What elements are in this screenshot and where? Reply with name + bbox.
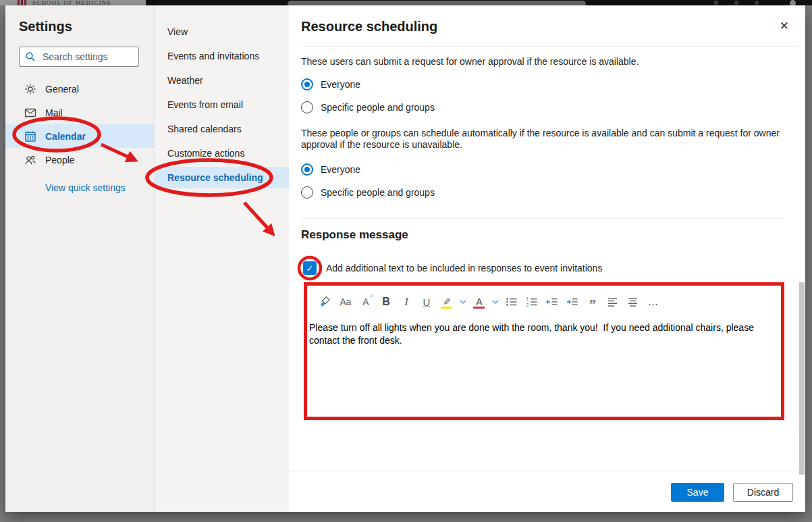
- subnav-item-resource-scheduling[interactable]: Resource scheduling: [155, 167, 290, 188]
- response-message-heading: Response message: [301, 228, 408, 242]
- background-search-bar: [288, 1, 586, 5]
- gear-icon: [24, 83, 36, 95]
- bold-icon[interactable]: B: [377, 292, 395, 311]
- calendar-icon: [24, 130, 36, 142]
- close-icon[interactable]: ✕: [780, 20, 789, 32]
- format-painter-icon[interactable]: [317, 292, 334, 311]
- sidebar-item-label: People: [45, 155, 75, 165]
- avatar: [790, 0, 796, 5]
- background-header: SCHOOL OF MEDICINE: [0, 0, 146, 5]
- numbered-list-icon[interactable]: 1 2: [523, 292, 541, 311]
- more-formatting-icon[interactable]: …: [645, 292, 662, 311]
- background-page-top: SCHOOL OF MEDICINE: [0, 0, 812, 5]
- increase-indent-icon[interactable]: [564, 292, 581, 311]
- view-quick-settings-link[interactable]: View quick settings: [45, 182, 126, 193]
- subnav-item-customize-actions[interactable]: Customize actions: [155, 142, 290, 164]
- page-title: Resource scheduling: [301, 19, 437, 34]
- settings-dialog: Settings General: [5, 5, 805, 512]
- underline-icon[interactable]: U: [418, 292, 435, 311]
- decrease-indent-icon[interactable]: [543, 292, 561, 311]
- people-icon: [24, 154, 36, 166]
- radio-unselected-icon[interactable]: [301, 101, 313, 113]
- sidebar-item-label: Calendar: [45, 131, 86, 142]
- radio-unselected-icon[interactable]: [301, 186, 313, 199]
- settings-sidebar: Settings General: [5, 5, 154, 512]
- radio-specific-people-2[interactable]: Specific people and groups: [301, 186, 435, 199]
- sidebar-item-label: Mail: [45, 107, 63, 118]
- svg-text:2: 2: [526, 303, 529, 307]
- radio-selected-icon[interactable]: [301, 78, 313, 90]
- header-icon-hint: [714, 1, 718, 5]
- scrollbar-thumb[interactable]: [799, 282, 805, 475]
- sidebar-item-label: General: [45, 84, 79, 95]
- subnav-item-events-from-email[interactable]: Events from email: [155, 94, 290, 115]
- divider: [301, 218, 784, 219]
- school-logo-text: SCHOOL OF MEDICINE: [32, 0, 111, 5]
- discard-button[interactable]: Discard: [733, 483, 793, 502]
- radio-everyone-1[interactable]: Everyone: [301, 78, 360, 90]
- subnav-item-weather[interactable]: Weather: [155, 70, 290, 91]
- radio-everyone-2[interactable]: Everyone: [301, 163, 360, 176]
- search-icon: [25, 51, 36, 62]
- radio-selected-icon[interactable]: [301, 163, 313, 176]
- radio-label: Specific people and groups: [321, 187, 435, 198]
- calendar-subnav: View Events and invitations Weather Even…: [154, 5, 289, 512]
- header-icon-hint: [755, 1, 759, 5]
- resource-scheduling-panel: Resource scheduling ✕ These users can su…: [289, 5, 805, 512]
- subnav-item-shared-calendars[interactable]: Shared calendars: [155, 118, 290, 140]
- radio-label: Specific people and groups: [321, 102, 435, 113]
- align-left-icon[interactable]: [604, 292, 622, 311]
- italic-icon[interactable]: I: [398, 292, 415, 311]
- annotation-rectangle-editor: Aa A ◇ B I U ✎ A: [304, 282, 784, 420]
- school-logo-icon: [18, 0, 26, 5]
- text-highlight-icon[interactable]: ✎: [438, 292, 456, 311]
- search-input[interactable]: [41, 51, 133, 63]
- mail-icon: [24, 107, 36, 119]
- sidebar-item-general[interactable]: General: [5, 77, 154, 101]
- divider: [301, 46, 799, 47]
- radio-label: Everyone: [321, 164, 360, 175]
- subnav-item-view[interactable]: View: [155, 21, 290, 43]
- checkbox-label: Add additional text to be included in re…: [326, 263, 602, 273]
- font-color-icon[interactable]: A: [470, 292, 488, 311]
- sidebar-item-calendar[interactable]: Calendar: [5, 124, 154, 148]
- settings-title: Settings: [19, 19, 72, 34]
- editor-toolbar: Aa A ◇ B I U ✎ A: [317, 292, 662, 311]
- checkbox-checked-icon[interactable]: ✓: [303, 261, 317, 275]
- radio-specific-people-1[interactable]: Specific people and groups: [301, 101, 435, 113]
- subnav-item-events-and-invitations[interactable]: Events and invitations: [155, 45, 290, 67]
- sidebar-item-mail[interactable]: Mail: [5, 101, 154, 124]
- sidebar-item-people[interactable]: People: [5, 148, 154, 172]
- font-size-icon[interactable]: A ◇: [357, 292, 375, 311]
- radio-label: Everyone: [321, 79, 360, 90]
- divider: [289, 471, 805, 471]
- quote-icon[interactable]: ”: [584, 292, 601, 311]
- section2-description: These people or groups can schedule auto…: [301, 128, 786, 151]
- font-icon[interactable]: Aa: [337, 292, 354, 311]
- header-icon-hint: [734, 1, 738, 5]
- settings-search-box[interactable]: [19, 47, 139, 67]
- align-center-icon[interactable]: [624, 292, 642, 311]
- bullet-list-icon[interactable]: [503, 292, 520, 311]
- section1-description: These users can submit a request for own…: [301, 56, 786, 68]
- chevron-down-icon[interactable]: [491, 292, 500, 311]
- chevron-down-icon[interactable]: [458, 292, 468, 311]
- response-message-editor[interactable]: Please turn off all lights when you are …: [309, 321, 760, 347]
- svg-text:1: 1: [526, 296, 529, 301]
- save-button[interactable]: Save: [671, 483, 724, 502]
- add-additional-text-checkbox-row[interactable]: ✓ Add additional text to be included in …: [303, 261, 602, 275]
